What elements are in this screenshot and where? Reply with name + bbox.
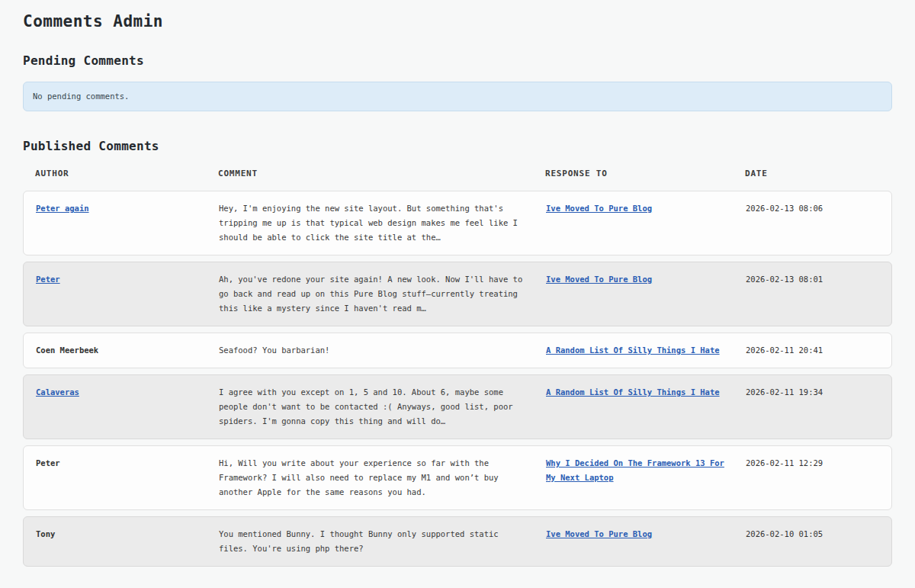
response-post-link[interactable]: Ive Moved To Pure Blog — [546, 529, 652, 538]
table-row: Tony You mentioned Bunny. I thought Bunn… — [23, 516, 892, 567]
column-header-response-to: RESPONSE TO — [545, 169, 745, 178]
comments-admin-page: Comments Admin Pending Comments No pendi… — [0, 0, 915, 567]
comment-cell: Seafood? You barbarian! — [219, 343, 546, 358]
column-header-author: AUTHOR — [35, 169, 218, 178]
author-link[interactable]: Calaveras — [36, 387, 79, 397]
date-cell: 2026-02-13 08:06 — [746, 201, 879, 245]
table-header-row: AUTHOR COMMENT RESPONSE TO DATE — [23, 169, 892, 191]
author-cell: Peter again — [36, 201, 219, 245]
response-to-cell: Ive Moved To Pure Blog — [546, 527, 746, 556]
no-pending-comments-alert: No pending comments. — [23, 82, 892, 111]
page-title: Comments Admin — [23, 12, 892, 31]
author-cell: Calaveras — [36, 385, 219, 429]
response-to-cell: Why I Decided On The Framework 13 For My… — [546, 456, 746, 500]
published-comments-heading: Published Comments — [23, 139, 892, 153]
comment-cell: Hi, Will you write about your experience… — [219, 456, 546, 500]
response-to-cell: Ive Moved To Pure Blog — [546, 201, 746, 245]
pending-comments-heading: Pending Comments — [23, 53, 892, 68]
author-cell: Peter — [36, 272, 219, 316]
author-name: Tony — [36, 529, 55, 538]
comment-cell: I agree with you except on 1, 5 and 10. … — [219, 385, 546, 429]
table-row: Calaveras I agree with you except on 1, … — [23, 374, 892, 439]
comment-cell: Ah, you've redone your site again! A new… — [219, 272, 546, 316]
no-pending-comments-message: No pending comments. — [33, 92, 129, 101]
author-link[interactable]: Peter again — [36, 204, 89, 213]
author-cell: Peter — [36, 456, 219, 500]
response-post-link[interactable]: Why I Decided On The Framework 13 For My… — [546, 458, 724, 482]
author-link[interactable]: Peter — [36, 275, 60, 284]
comment-cell: Hey, I'm enjoying the new site layout. B… — [219, 201, 546, 245]
published-comments-table: AUTHOR COMMENT RESPONSE TO DATE Peter ag… — [23, 169, 892, 567]
response-post-link[interactable]: Ive Moved To Pure Blog — [546, 275, 652, 284]
date-cell: 2026-02-10 01:05 — [746, 527, 879, 556]
table-row: Peter again Hey, I'm enjoying the new si… — [23, 191, 892, 255]
response-post-link[interactable]: Ive Moved To Pure Blog — [546, 204, 652, 213]
table-row: Peter Hi, Will you write about your expe… — [23, 445, 892, 510]
table-row: Coen Meerbeek Seafood? You barbarian! A … — [23, 333, 892, 368]
date-cell: 2026-02-13 08:01 — [746, 272, 879, 316]
date-cell: 2026-02-11 19:34 — [746, 385, 879, 429]
table-row: Peter Ah, you've redone your site again!… — [23, 262, 892, 326]
date-cell: 2026-02-11 20:41 — [746, 343, 879, 358]
response-post-link[interactable]: A Random List Of Silly Things I Hate — [546, 387, 720, 397]
author-name: Peter — [36, 458, 60, 468]
response-to-cell: Ive Moved To Pure Blog — [546, 272, 746, 316]
author-cell: Coen Meerbeek — [36, 343, 219, 358]
response-to-cell: A Random List Of Silly Things I Hate — [546, 385, 746, 429]
column-header-comment: COMMENT — [218, 169, 545, 178]
column-header-date: DATE — [745, 169, 880, 178]
response-to-cell: A Random List Of Silly Things I Hate — [546, 343, 746, 358]
response-post-link[interactable]: A Random List Of Silly Things I Hate — [546, 345, 720, 355]
date-cell: 2026-02-11 12:29 — [746, 456, 879, 500]
author-name: Coen Meerbeek — [36, 345, 98, 355]
comment-cell: You mentioned Bunny. I thought Bunny onl… — [219, 527, 546, 556]
author-cell: Tony — [36, 527, 219, 556]
